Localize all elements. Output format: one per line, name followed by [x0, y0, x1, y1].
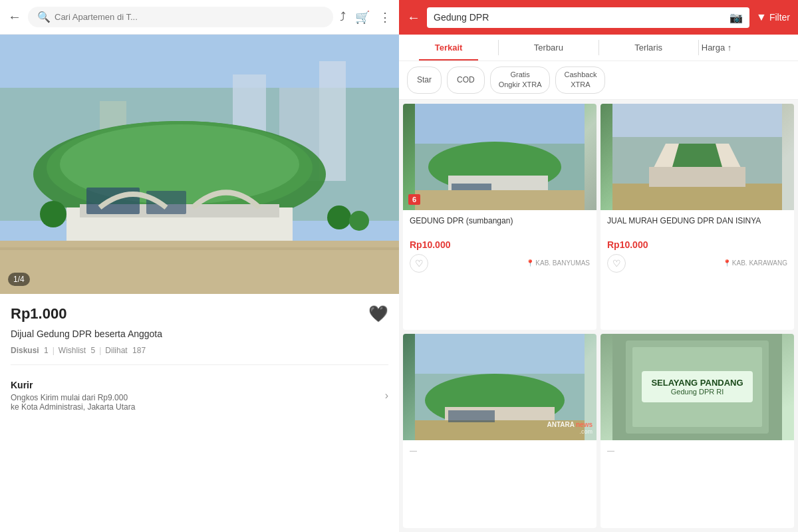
search-input-wrap[interactable]: 📷 [427, 7, 749, 28]
product-card-title: — [410, 446, 590, 467]
header-icons: ⤴ 🛒 ⋮ [340, 10, 391, 25]
location-text: 📍 KAB. KARAWANG [723, 259, 787, 267]
product-card-img-1: 6 [403, 104, 597, 210]
chip-cod[interactable]: COD [447, 66, 485, 94]
image-counter: 1/4 [8, 273, 30, 286]
cart-button[interactable]: 🛒 [355, 10, 370, 25]
stat-sep-1: | [53, 346, 55, 355]
product-card-body: — [403, 440, 597, 476]
tab-harga[interactable]: Harga ↑ [699, 35, 798, 61]
kurir-row: Kurir Ongkos Kirim mulai dari Rp9.000 ke… [11, 380, 388, 412]
location-pin-icon: 📍 [723, 259, 731, 267]
product-price: Rp1.000 [11, 305, 66, 323]
tab-terbaru[interactable]: Terbaru [499, 35, 598, 61]
right-header: ← 📷 ▼ Filter [399, 0, 798, 35]
svg-rect-28 [612, 184, 782, 210]
dilihat-label: Dilihat 187 [105, 346, 146, 355]
svg-point-15 [40, 201, 66, 227]
card-actions: ♡ 📍 KAB. BANYUMAS [410, 254, 590, 273]
kurir-title: Kurir [11, 380, 135, 390]
svg-rect-12 [146, 191, 186, 214]
product-card-body: GEDUNG DPR (sumbangan) Rp10.000 ♡ 📍 KAB.… [403, 210, 597, 278]
right-search-input[interactable] [434, 12, 726, 23]
product-card-img-3: ANTARA news .com [403, 334, 597, 440]
location-pin-icon: 📍 [526, 259, 534, 267]
chip-star[interactable]: Star [407, 66, 442, 94]
stat-sep-2: | [99, 346, 101, 355]
product-image: 1/4 [0, 35, 399, 294]
search-bar[interactable]: 🔍 [28, 7, 333, 27]
sort-tabs: Terkait Terbaru Terlaris Harga ↑ [399, 35, 798, 61]
svg-point-16 [327, 205, 351, 229]
wishlist-button[interactable]: ♡ [410, 254, 428, 273]
products-grid: 6 GEDUNG DPR (sumbangan) Rp10.000 ♡ 📍 KA… [399, 100, 798, 532]
card-actions: ♡ 📍 KAB. KARAWANG [607, 254, 787, 273]
product-info: Rp1.000 🖤 Dijual Gedung DPR beserta Angg… [0, 294, 399, 380]
svg-marker-27 [672, 144, 722, 167]
product-card-img-2 [600, 104, 794, 210]
wishlist-button[interactable]: ♡ [607, 254, 626, 273]
product-card-title: JUAL MURAH GEDUNG DPR DAN ISINYA [607, 215, 787, 237]
tab-terkait[interactable]: Terkait [399, 35, 498, 61]
camera-icon: 📷 [730, 11, 743, 24]
svg-rect-35 [448, 410, 495, 422]
product-title: Dijual Gedung DPR beserta Anggota [11, 329, 388, 339]
svg-rect-23 [415, 190, 585, 210]
book-overlay-title: SELAYANG PANDANG [651, 378, 743, 388]
kurir-section: Kurir Ongkos Kirim mulai dari Rp9.000 ke… [0, 380, 399, 412]
kurir-info: Kurir Ongkos Kirim mulai dari Rp9.000 ke… [11, 380, 135, 412]
tab-terlaris[interactable]: Terlaris [599, 35, 698, 61]
antara-logo: ANTARA [547, 421, 575, 428]
svg-rect-29 [649, 167, 745, 187]
book-overlay: SELAYANG PANDANG Gedung DPR RI [642, 371, 752, 402]
search-icon: 🔍 [37, 11, 51, 23]
filter-chips: Star COD GratisOngkir XTRA CashbackXTRA [399, 61, 798, 100]
book-overlay-sub: Gedung DPR RI [651, 388, 743, 396]
product-card: JUAL MURAH GEDUNG DPR DAN ISINYA Rp10.00… [600, 104, 794, 330]
antara-watermark: ANTARA news .com [547, 421, 593, 435]
product-card: 6 GEDUNG DPR (sumbangan) Rp10.000 ♡ 📍 KA… [403, 104, 597, 330]
kurir-sub-desc: ke Kota Administrasi, Jakarta Utara [11, 402, 135, 412]
channel-logo: 6 [408, 194, 420, 205]
kurir-desc: Ongkos Kirim mulai dari Rp9.000 [11, 393, 135, 402]
wishlist-heart-button[interactable]: 🖤 [368, 305, 388, 323]
kurir-chevron-button[interactable]: › [385, 390, 388, 402]
search-input[interactable] [55, 12, 324, 22]
chip-gratis[interactable]: GratisOngkir XTRA [490, 66, 551, 94]
filter-label: Filter [769, 12, 790, 23]
back-button[interactable]: ← [8, 9, 21, 25]
diskusi-label: Diskusi 1 [11, 346, 49, 355]
antara-dotcom: .com [547, 428, 593, 435]
product-card-title: — [607, 446, 787, 467]
share-button[interactable]: ⤴ [340, 10, 346, 24]
product-card-title: GEDUNG DPR (sumbangan) [410, 215, 590, 237]
product-stats: Diskusi 1 | Wishlist 5 | Dilihat 187 [11, 346, 388, 355]
right-panel: ← 📷 ▼ Filter Terkait Terbaru Terlaris Ha… [399, 0, 798, 532]
left-header: ← 🔍 ⤴ 🛒 ⋮ [0, 0, 399, 35]
product-card-body: JUAL MURAH GEDUNG DPR DAN ISINYA Rp10.00… [600, 210, 794, 278]
more-options-button[interactable]: ⋮ [379, 10, 391, 25]
divider [11, 364, 388, 365]
location-text: 📍 KAB. BANYUMAS [526, 259, 590, 267]
svg-rect-4 [319, 61, 346, 181]
svg-rect-14 [0, 247, 399, 250]
svg-point-17 [349, 211, 369, 231]
right-back-button[interactable]: ← [407, 10, 420, 25]
filter-button[interactable]: ▼ Filter [756, 11, 790, 23]
product-card-price: Rp10.000 [607, 239, 787, 250]
product-card: SELAYANG PANDANG Gedung DPR RI — [600, 334, 794, 528]
filter-icon: ▼ [756, 11, 767, 23]
left-panel: ← 🔍 ⤴ 🛒 ⋮ [0, 0, 399, 532]
antara-news: news [576, 421, 593, 428]
price-row: Rp1.000 🖤 [11, 305, 388, 323]
wishlist-label: Wishlist 5 [59, 346, 95, 355]
product-card-img-4: SELAYANG PANDANG Gedung DPR RI [600, 334, 794, 440]
product-card-body: — [600, 440, 794, 475]
product-card-price: Rp10.000 [410, 239, 590, 250]
chip-cashback[interactable]: CashbackXTRA [555, 66, 605, 94]
product-card: ANTARA news .com — [403, 334, 597, 528]
